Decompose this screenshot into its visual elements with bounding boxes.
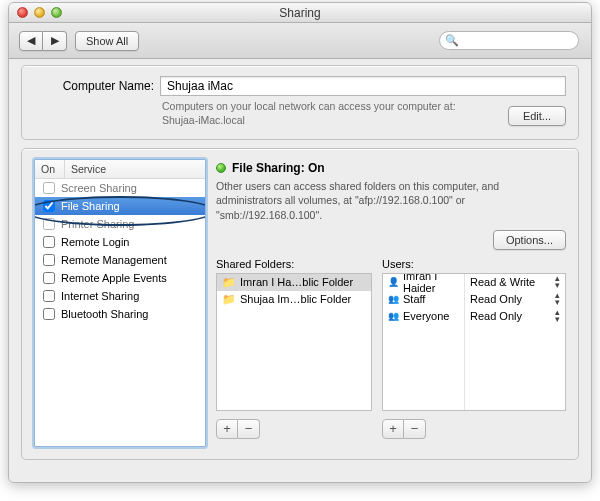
add-folder-button[interactable]: + bbox=[216, 419, 238, 439]
edit-button[interactable]: Edit... bbox=[508, 106, 566, 126]
service-label: Remote Login bbox=[61, 236, 130, 248]
folder-row[interactable]: 📁Imran I Ha…blic Folder bbox=[217, 274, 371, 291]
service-row[interactable]: Remote Login bbox=[35, 233, 205, 251]
service-row[interactable]: Remote Management bbox=[35, 251, 205, 269]
service-row[interactable]: Remote Apple Events bbox=[35, 269, 205, 287]
titlebar: Sharing bbox=[9, 3, 591, 23]
folder-icon: 📁 bbox=[222, 293, 236, 306]
folder-name: Imran I Ha…blic Folder bbox=[240, 276, 353, 288]
users-list[interactable]: 👤Imran I Haider👥Staff👥Everyone Read & Wr… bbox=[382, 273, 566, 411]
service-label: File Sharing bbox=[61, 200, 120, 212]
service-label: Screen Sharing bbox=[61, 182, 137, 194]
user-name: Imran I Haider bbox=[403, 273, 459, 295]
add-user-button[interactable]: + bbox=[382, 419, 404, 439]
service-row[interactable]: Internet Sharing bbox=[35, 287, 205, 305]
services-list[interactable]: On Service Screen SharingFile SharingPri… bbox=[34, 159, 206, 447]
shared-folders-label: Shared Folders: bbox=[216, 258, 372, 270]
window-title: Sharing bbox=[279, 6, 320, 20]
search-wrap: 🔍 bbox=[439, 31, 579, 50]
stepper-icon[interactable]: ▴▾ bbox=[555, 309, 560, 323]
service-label: Remote Apple Events bbox=[61, 272, 167, 284]
toolbar: ◀ ▶ Show All 🔍 bbox=[9, 23, 591, 59]
service-checkbox[interactable] bbox=[43, 200, 55, 212]
shared-folders-list[interactable]: 📁Imran I Ha…blic Folder📁Shujaa Im…blic F… bbox=[216, 273, 372, 411]
permission-row[interactable]: Read & Write▴▾ bbox=[465, 274, 565, 291]
permission-label: Read & Write bbox=[470, 276, 535, 288]
user-name: Everyone bbox=[403, 310, 449, 322]
service-checkbox[interactable] bbox=[43, 236, 55, 248]
service-label: Internet Sharing bbox=[61, 290, 139, 302]
status-description: Other users can access shared folders on… bbox=[216, 179, 566, 222]
service-row[interactable]: Printer Sharing bbox=[35, 215, 205, 233]
status-headline: File Sharing: On bbox=[232, 161, 325, 175]
show-all-button[interactable]: Show All bbox=[75, 31, 139, 51]
permission-row[interactable]: Read Only▴▾ bbox=[465, 291, 565, 308]
sharing-panel: On Service Screen SharingFile SharingPri… bbox=[21, 148, 579, 460]
remove-user-button[interactable]: − bbox=[404, 419, 426, 439]
computer-name-label: Computer Name: bbox=[34, 79, 154, 93]
search-icon: 🔍 bbox=[445, 34, 459, 47]
folder-row[interactable]: 📁Shujaa Im…blic Folder bbox=[217, 291, 371, 308]
zoom-icon[interactable] bbox=[51, 7, 62, 18]
search-input[interactable] bbox=[439, 31, 579, 50]
permission-row[interactable]: Read Only▴▾ bbox=[465, 308, 565, 325]
forward-button[interactable]: ▶ bbox=[43, 31, 67, 51]
traffic-lights bbox=[17, 7, 62, 18]
group-icon: 👥 bbox=[388, 311, 399, 321]
remove-folder-button[interactable]: − bbox=[238, 419, 260, 439]
service-label: Remote Management bbox=[61, 254, 167, 266]
chevron-left-icon: ◀ bbox=[27, 34, 35, 47]
permission-label: Read Only bbox=[470, 310, 522, 322]
options-button[interactable]: Options... bbox=[493, 230, 566, 250]
content: Computer Name: Computers on your local n… bbox=[9, 59, 591, 482]
service-row[interactable]: Screen Sharing bbox=[35, 179, 205, 197]
right-pane: File Sharing: On Other users can access … bbox=[216, 159, 566, 447]
person-icon: 👤 bbox=[388, 277, 399, 287]
back-button[interactable]: ◀ bbox=[19, 31, 43, 51]
minimize-icon[interactable] bbox=[34, 7, 45, 18]
users-label: Users: bbox=[382, 258, 566, 270]
service-label: Printer Sharing bbox=[61, 218, 134, 230]
service-row[interactable]: Bluetooth Sharing bbox=[35, 305, 205, 323]
nav-segment: ◀ ▶ bbox=[19, 31, 67, 51]
service-row[interactable]: File Sharing bbox=[35, 197, 205, 215]
sharing-window: Sharing ◀ ▶ Show All 🔍 Computer Name: Co… bbox=[8, 2, 592, 483]
computer-name-field[interactable] bbox=[160, 76, 566, 96]
folder-icon: 📁 bbox=[222, 276, 236, 289]
user-row[interactable]: 👥Everyone bbox=[383, 308, 464, 325]
computer-name-hint: Computers on your local network can acce… bbox=[162, 100, 462, 127]
close-icon[interactable] bbox=[17, 7, 28, 18]
service-checkbox[interactable] bbox=[43, 272, 55, 284]
col-service[interactable]: Service bbox=[65, 160, 205, 178]
group-icon: 👥 bbox=[388, 294, 399, 304]
permission-label: Read Only bbox=[470, 293, 522, 305]
computer-name-panel: Computer Name: Computers on your local n… bbox=[21, 65, 579, 140]
folder-name: Shujaa Im…blic Folder bbox=[240, 293, 351, 305]
service-checkbox[interactable] bbox=[43, 308, 55, 320]
service-checkbox[interactable] bbox=[43, 290, 55, 302]
user-row[interactable]: 👤Imran I Haider bbox=[383, 274, 464, 291]
stepper-icon[interactable]: ▴▾ bbox=[555, 292, 560, 306]
chevron-right-icon: ▶ bbox=[51, 34, 59, 47]
service-checkbox[interactable] bbox=[43, 182, 55, 194]
service-label: Bluetooth Sharing bbox=[61, 308, 148, 320]
service-checkbox[interactable] bbox=[43, 254, 55, 266]
service-checkbox[interactable] bbox=[43, 218, 55, 230]
user-name: Staff bbox=[403, 293, 425, 305]
services-header: On Service bbox=[35, 160, 205, 179]
stepper-icon[interactable]: ▴▾ bbox=[555, 275, 560, 289]
status-dot-icon bbox=[216, 163, 226, 173]
col-on[interactable]: On bbox=[35, 160, 65, 178]
